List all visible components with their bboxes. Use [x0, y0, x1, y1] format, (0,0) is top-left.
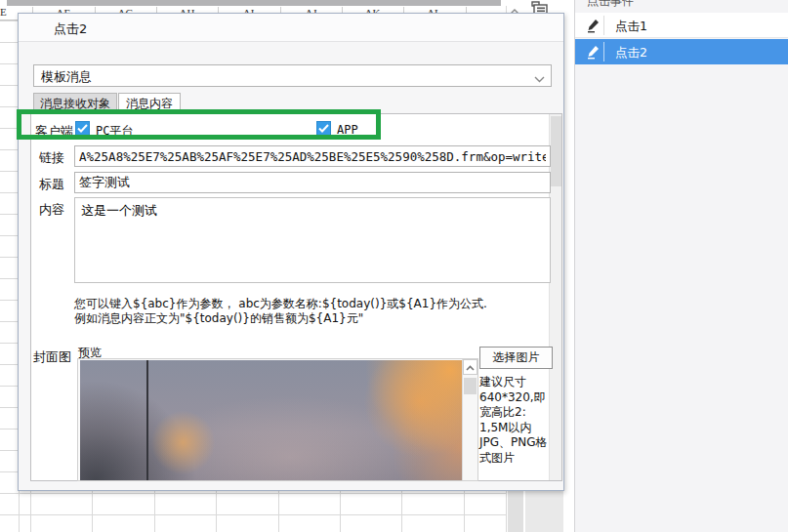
tab-message-content[interactable]: 消息内容 — [118, 93, 181, 114]
dialog-title-bar: 点击2 — [19, 14, 563, 42]
title-label: 标题 — [39, 176, 64, 193]
content-textarea[interactable]: 这是一个测试 — [74, 197, 551, 283]
message-content-panel: 客户端 PC平台 APP 链接 标题 内容 这是一个测试 您可以键入${abc}… — [30, 113, 562, 481]
choose-image-button[interactable]: 选择图片 — [479, 347, 553, 369]
hint-line-1: 您可以键入${abc}作为参数， abc为参数名称:${today()}或${A… — [74, 297, 543, 311]
pc-platform-label: PC平台 — [96, 123, 133, 140]
cover-image-label: 封面图 — [33, 348, 71, 366]
column-header-partial: E — [0, 6, 7, 18]
cover-preview-image — [80, 360, 462, 481]
pencil-icon[interactable] — [581, 42, 604, 61]
sidebar-item-label: 点击1 — [615, 19, 647, 35]
pencil-icon[interactable] — [581, 16, 604, 35]
suggestion-line: 式图片 — [479, 451, 558, 467]
tab-message-receivers[interactable]: 消息接收对象 — [33, 93, 117, 114]
sheet-hscroll-thumb[interactable] — [525, 491, 563, 532]
suggestion-line: 建议尺寸 — [479, 375, 558, 390]
dialog-title: 点击2 — [54, 20, 87, 38]
sheet-hscroll-block[interactable] — [508, 491, 523, 532]
link-label: 链接 — [39, 149, 64, 167]
suggestion-line: 1,5M以内 — [479, 421, 558, 436]
photo-pole-detail — [146, 360, 148, 481]
preview-scrollbar[interactable] — [462, 359, 477, 480]
title-input[interactable] — [74, 172, 551, 193]
app-label: APP — [337, 123, 358, 137]
message-type-dropdown[interactable]: 模板消息 — [33, 64, 552, 87]
app-checkbox[interactable] — [316, 121, 331, 136]
link-input[interactable] — [74, 145, 551, 167]
client-row: 客户端 PC平台 APP — [31, 114, 561, 145]
client-label: 客户端 — [35, 123, 73, 141]
app-window: E AF AG AH AI AJ AK AL 点 — [0, 0, 788, 532]
dropdown-value: 模板消息 — [41, 68, 92, 86]
sidebar-item-click2[interactable]: 点击2 — [575, 39, 788, 64]
click-events-sidebar: 点击事件 点击1 点击2 — [574, 0, 788, 532]
sidebar-item-click1[interactable]: 点击1 — [575, 13, 788, 38]
click-event-dialog: 点击2 模板消息 消息接收对象 消息内容 客户端 PC平台 — [18, 13, 564, 491]
preview-scrollbar-thumb[interactable] — [464, 378, 477, 394]
chevron-down-icon — [534, 72, 545, 86]
suggestion-line: 640*320,即 — [479, 390, 558, 406]
sidebar-item-label: 点击2 — [615, 45, 647, 61]
image-suggestion-text: 建议尺寸 640*320,即 宽高比2: 1,5M以内 JPG、PNG格 式图片 — [479, 375, 558, 466]
suggestion-line: 宽高比2: — [479, 405, 558, 421]
scroll-up-button[interactable] — [463, 359, 477, 375]
pc-platform-checkbox[interactable] — [75, 121, 90, 136]
content-label: 内容 — [39, 201, 64, 219]
sidebar-title: 点击事件 — [587, 0, 634, 10]
cover-preview-frame — [77, 358, 478, 481]
hint-line-2: 例如消息内容正文为"${today()}的销售额为${A1}元" — [74, 311, 543, 326]
suggestion-line: JPG、PNG格 — [479, 435, 558, 451]
